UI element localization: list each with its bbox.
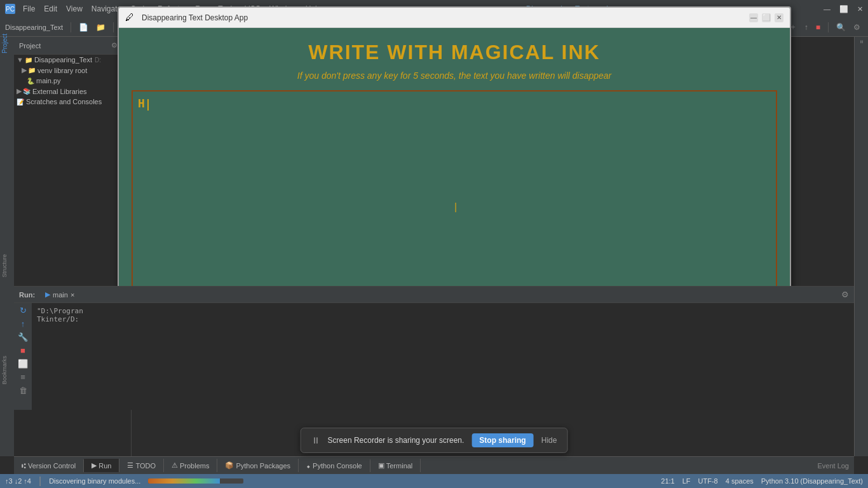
menu-view[interactable]: View [62,3,86,15]
run-tab-label: Run: [19,291,35,299]
right-panel-icon[interactable]: ≡ [858,40,865,43]
tab-terminal[interactable]: ▣ Terminal [370,459,421,472]
hide-button[interactable]: Hide [541,436,557,445]
tab-todo[interactable]: ☰ TODO [119,459,164,472]
status-position[interactable]: 21:1 [661,477,674,485]
right-panel: ≡ [854,37,868,456]
text-cursor-blink [147,99,149,111]
app-window-title: Disappearing Text Desktop App [142,13,744,22]
app-close-btn[interactable]: ✕ [775,13,783,22]
run-trash-icon[interactable]: 🗑 [19,386,27,395]
run-stop-icon[interactable]: ↑ [21,319,25,329]
problems-icon: ⚠ [172,461,178,470]
panel-title: Project [19,42,109,50]
run-indicator: ▶ [45,290,50,299]
todo-icon: ☰ [127,461,133,470]
tab-run[interactable]: ▶ Run [84,459,119,472]
screen-share-bar: ⏸ Screen Recorder is sharing your screen… [301,428,568,453]
project-icon[interactable]: Project [1,42,13,53]
bookmarks-sidebar-label[interactable]: Bookmarks [1,356,8,384]
status-sep-1: | [39,475,41,487]
scratches-label: Scratches and Consoles [26,98,102,105]
pause-icon: ⏸ [311,435,320,445]
venv-label: venv library root [37,67,87,74]
tab-python-packages[interactable]: 📦 Python Packages [217,459,299,472]
tree-venv[interactable]: ▶ 📁 venv library root [14,65,131,76]
toolbar-separator-4 [828,22,829,32]
app-minimize-btn[interactable]: — [749,13,758,22]
share-message: Screen Recorder is sharing your screen. [328,436,465,445]
push-icon[interactable]: ↑ [802,22,811,33]
left-icons-panel: Project [0,37,14,456]
app-titlebar: 🖊 Disappearing Text Desktop App — ⬜ ✕ [119,8,790,28]
status-git[interactable]: ↑3 ↓2 ↑4 [5,477,31,485]
git-icon: ⑆ [22,462,26,470]
search-toolbar-icon[interactable]: 🔍 [834,22,848,33]
run-list-icon[interactable]: ≡ [20,372,25,382]
stop-icon[interactable]: ■ [813,22,823,33]
run-wrench-icon[interactable]: 🔧 [18,332,28,342]
run-content: "D:\Progran Tkinter/D: [32,303,854,326]
project-root-suffix: D: [95,57,101,64]
menu-file[interactable]: File [19,3,39,15]
terminal-icon: ▣ [378,461,384,470]
text-content: H [138,97,145,110]
status-line-sep[interactable]: LF [682,477,691,485]
tab-version-control[interactable]: ⑆ Version Control [14,459,84,472]
toolbar-separator-2 [113,22,114,32]
app-window-icon: 🖊 [125,12,137,24]
status-encoding[interactable]: UTF-8 [698,477,718,485]
console-icon: ⬥ [306,462,311,470]
app-main-heading: WRITE WITH MAGICAL INK [308,41,600,64]
settings-icon[interactable]: ⚙ [851,22,863,33]
run-tab-icon: ▶ [92,461,97,470]
run-tab-main[interactable]: ▶ main × [40,290,79,299]
tree-external-libs[interactable]: ▶ 📚 External Libraries [14,86,131,97]
status-discovering: Discovering binary modules... [49,477,140,485]
event-log-btn[interactable]: Event Log [817,462,849,470]
run-bar-area: Run: ▶ main × ⚙ ↻ ↑ 🔧 ■ ⬜ ≡ 🗑 "D:\Progra… [14,286,854,410]
run-line-1: "D:\Progran [37,307,849,315]
stop-sharing-button[interactable]: Stop sharing [471,433,533,447]
menu-edit[interactable]: Edit [40,3,61,15]
run-bar-header: Run: ▶ main × ⚙ [14,287,854,303]
main-py-label: main.py [36,77,61,85]
tab-python-console[interactable]: ⬥ Python Console [299,459,370,472]
ext-libs-label: External Libraries [32,88,87,95]
open-icon[interactable]: 📁 [93,22,108,33]
run-tab-name: main [53,291,68,299]
tab-problems[interactable]: ⚠ Problems [164,459,217,472]
ide-icon: PC [5,4,15,14]
run-tab-close[interactable]: × [71,291,74,299]
bottom-tabs: ⑆ Version Control ▶ Run ☰ TODO ⚠ Problem… [14,456,854,474]
app-subtitle: If you don't press any key for 5 seconds… [297,71,612,81]
app-maximize-btn[interactable]: ⬜ [762,13,771,22]
status-bar: ↑3 ↓2 ↑4 | Discovering binary modules...… [0,474,868,488]
add-file-icon[interactable]: 📄 [76,22,91,33]
structure-sidebar-label[interactable]: Structure [1,254,8,278]
text-area[interactable]: H | [132,90,777,313]
window-controls: — ⬜ ✕ [824,5,863,13]
progress-bar [148,478,243,484]
run-settings-icon[interactable]: ⚙ [841,290,849,299]
toolbar-separator-1 [71,22,71,32]
tree-scratches[interactable]: 📝 Scratches and Consoles [14,97,131,107]
status-indent[interactable]: 4 spaces [726,477,754,485]
tree-root[interactable]: ▼ 📁 Disappearing_Text D: [14,55,131,65]
project-root-label: Disappearing_Text [34,56,92,64]
run-rerun-icon[interactable]: ↻ [20,306,27,315]
run-side-icons: ↻ ↑ 🔧 ■ ⬜ ≡ 🗑 [14,303,32,410]
project-label: Disappearing_Text [5,24,63,31]
run-line-2: Tkinter/D: [37,315,849,323]
run-expand-icon[interactable]: ⬜ [18,359,28,369]
panel-settings-icon[interactable]: ⚙ [111,41,118,50]
panel-header: Project ⚙ ✕ [14,37,131,55]
package-icon: 📦 [225,461,234,470]
status-python[interactable]: Python 3.10 (Disappearing_Text) [761,477,863,485]
text-i-cursor: | [454,201,457,213]
progress-fill [148,478,220,484]
tree-main-py[interactable]: 🐍 main.py [14,76,131,86]
run-terminate-icon[interactable]: ■ [20,346,25,355]
app-window-controls: — ⬜ ✕ [749,13,783,22]
